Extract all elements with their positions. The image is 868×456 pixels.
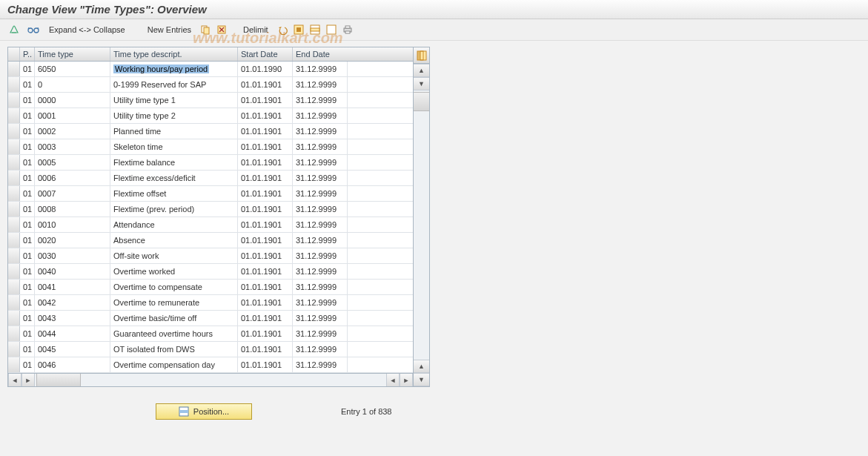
cell-desc[interactable]: Utility time type 2 bbox=[110, 108, 238, 123]
row-selector[interactable] bbox=[8, 295, 20, 310]
cell-time-type[interactable]: 0003 bbox=[35, 139, 110, 154]
cell-time-type[interactable]: 0020 bbox=[35, 233, 110, 248]
scroll-right-icon[interactable]: ► bbox=[400, 374, 413, 386]
delete-icon[interactable] bbox=[215, 23, 228, 36]
cell-p[interactable]: 01 bbox=[20, 280, 35, 294]
column-config-icon[interactable] bbox=[414, 47, 429, 64]
row-selector[interactable] bbox=[8, 124, 20, 139]
cell-start[interactable]: 01.01.1901 bbox=[238, 248, 293, 263]
cell-start[interactable]: 01.01.1901 bbox=[238, 77, 293, 92]
cell-end[interactable]: 31.12.9999 bbox=[293, 93, 348, 108]
cell-end[interactable]: 31.12.9999 bbox=[293, 233, 348, 248]
cell-time-type[interactable]: 0043 bbox=[35, 311, 110, 326]
cell-start[interactable]: 01.01.1901 bbox=[238, 357, 293, 372]
cell-desc[interactable]: Absence bbox=[110, 233, 238, 248]
cell-start[interactable]: 01.01.1901 bbox=[238, 202, 293, 217]
row-selector[interactable] bbox=[8, 155, 20, 170]
cell-desc[interactable]: 0-1999 Reserved for SAP bbox=[110, 77, 238, 92]
cell-desc[interactable]: OT isolated from DWS bbox=[110, 342, 238, 357]
cell-desc[interactable]: Overtime worked bbox=[110, 264, 238, 279]
cell-time-type[interactable]: 0000 bbox=[35, 93, 110, 108]
cell-p[interactable]: 01 bbox=[20, 124, 35, 139]
select-all-icon[interactable] bbox=[292, 23, 305, 36]
cell-desc[interactable]: Overtime to compensate bbox=[110, 280, 238, 294]
cell-p[interactable]: 01 bbox=[20, 357, 35, 372]
cell-p[interactable]: 01 bbox=[20, 295, 35, 310]
cell-end[interactable]: 31.12.9999 bbox=[293, 77, 348, 92]
row-selector[interactable] bbox=[8, 264, 20, 279]
scroll-right-inner-icon[interactable]: ► bbox=[21, 374, 35, 386]
col-select[interactable] bbox=[8, 47, 20, 61]
cell-time-type[interactable]: 0005 bbox=[35, 155, 110, 170]
cell-desc[interactable]: Flextime (prev. period) bbox=[110, 202, 238, 217]
cell-p[interactable]: 01 bbox=[20, 311, 35, 326]
cell-p[interactable]: 01 bbox=[20, 77, 35, 92]
toggle-icon[interactable] bbox=[7, 23, 22, 36]
cell-end[interactable]: 31.12.9999 bbox=[293, 280, 348, 294]
scroll-down-top-icon[interactable]: ▼ bbox=[414, 77, 429, 90]
cell-desc[interactable]: Guaranteed overtime hours bbox=[110, 326, 238, 341]
cell-time-type[interactable]: 0044 bbox=[35, 326, 110, 341]
row-selector[interactable] bbox=[8, 93, 20, 108]
cell-start[interactable]: 01.01.1901 bbox=[238, 124, 293, 139]
cell-start[interactable]: 01.01.1901 bbox=[238, 186, 293, 201]
cell-p[interactable]: 01 bbox=[20, 342, 35, 357]
row-selector[interactable] bbox=[8, 186, 20, 201]
row-selector[interactable] bbox=[8, 357, 20, 372]
cell-p[interactable]: 01 bbox=[20, 155, 35, 170]
cell-time-type[interactable]: 0045 bbox=[35, 342, 110, 357]
row-selector[interactable] bbox=[8, 171, 20, 185]
delimit-button[interactable]: Delimit bbox=[239, 25, 273, 34]
cell-desc[interactable]: Overtime compensation day bbox=[110, 357, 238, 372]
cell-time-type[interactable]: 0040 bbox=[35, 264, 110, 279]
cell-desc[interactable]: Overtime basic/time off bbox=[110, 311, 238, 326]
cell-time-type[interactable]: 0001 bbox=[35, 108, 110, 123]
scroll-down-icon[interactable]: ▼ bbox=[414, 373, 429, 386]
cell-desc[interactable]: Utility time type 1 bbox=[110, 93, 238, 108]
glasses-icon[interactable] bbox=[25, 23, 42, 36]
row-selector[interactable] bbox=[8, 217, 20, 232]
position-button[interactable]: Position... bbox=[156, 403, 252, 420]
cell-start[interactable]: 01.01.1901 bbox=[238, 233, 293, 248]
cell-end[interactable]: 31.12.9999 bbox=[293, 62, 348, 76]
cell-start[interactable]: 01.01.1901 bbox=[238, 217, 293, 232]
cell-p[interactable]: 01 bbox=[20, 139, 35, 154]
scroll-up-bottom-icon[interactable]: ▲ bbox=[414, 360, 429, 373]
horizontal-scrollbar[interactable]: ◄ ► ◄ ► bbox=[8, 373, 413, 386]
cell-time-type[interactable]: 0041 bbox=[35, 280, 110, 294]
cell-desc[interactable]: Overtime to remunerate bbox=[110, 295, 238, 310]
col-desc[interactable]: Time type descript. bbox=[110, 47, 238, 61]
vertical-scrollbar[interactable]: ▲ ▼ ▲ ▼ bbox=[414, 64, 429, 386]
cell-start[interactable]: 01.01.1901 bbox=[238, 264, 293, 279]
col-start[interactable]: Start Date bbox=[238, 47, 293, 61]
cell-start[interactable]: 01.01.1901 bbox=[238, 108, 293, 123]
cell-start[interactable]: 01.01.1990 bbox=[238, 62, 293, 76]
cell-start[interactable]: 01.01.1901 bbox=[238, 93, 293, 108]
row-selector[interactable] bbox=[8, 202, 20, 217]
cell-end[interactable]: 31.12.9999 bbox=[293, 295, 348, 310]
cell-time-type[interactable]: 0002 bbox=[35, 124, 110, 139]
cell-desc[interactable]: Flextime balance bbox=[110, 155, 238, 170]
v-scroll-thumb[interactable] bbox=[414, 92, 429, 111]
scroll-left-icon[interactable]: ◄ bbox=[8, 374, 21, 386]
cell-end[interactable]: 31.12.9999 bbox=[293, 186, 348, 201]
expand-collapse-button[interactable]: Expand <-> Collapse bbox=[44, 25, 130, 34]
cell-end[interactable]: 31.12.9999 bbox=[293, 139, 348, 154]
cell-desc[interactable]: Attendance bbox=[110, 217, 238, 232]
cell-desc[interactable]: Skeleton time bbox=[110, 139, 238, 154]
cell-desc[interactable]: Flextime excess/deficit bbox=[110, 171, 238, 185]
h-scroll-thumb[interactable] bbox=[36, 374, 81, 386]
cell-end[interactable]: 31.12.9999 bbox=[293, 202, 348, 217]
cell-time-type[interactable]: 0042 bbox=[35, 295, 110, 310]
col-time-type[interactable]: Time type bbox=[35, 47, 110, 61]
row-selector[interactable] bbox=[8, 248, 20, 263]
copy-icon[interactable] bbox=[199, 23, 212, 36]
cell-end[interactable]: 31.12.9999 bbox=[293, 342, 348, 357]
col-p[interactable]: P.. bbox=[20, 47, 35, 61]
scroll-left-far-icon[interactable]: ◄ bbox=[386, 374, 400, 386]
cell-end[interactable]: 31.12.9999 bbox=[293, 171, 348, 185]
select-block-icon[interactable] bbox=[308, 23, 322, 36]
cell-start[interactable]: 01.01.1901 bbox=[238, 342, 293, 357]
cell-end[interactable]: 31.12.9999 bbox=[293, 264, 348, 279]
cell-p[interactable]: 01 bbox=[20, 93, 35, 108]
